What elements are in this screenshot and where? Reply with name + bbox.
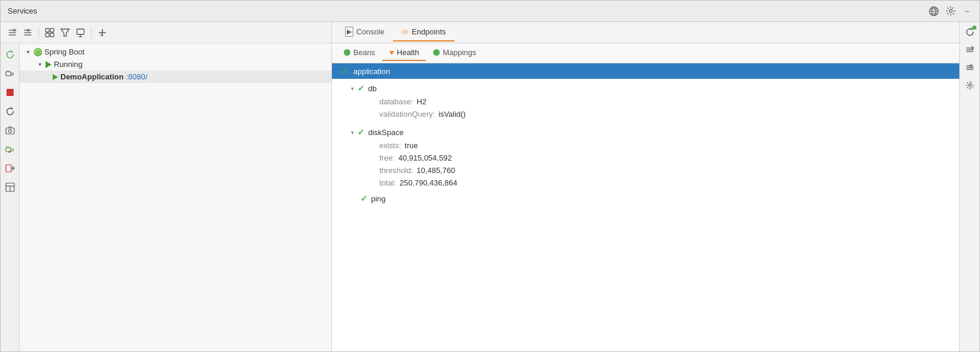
globe-icon[interactable] <box>929 6 939 17</box>
running-icon <box>46 61 51 68</box>
stop-icon[interactable] <box>4 86 17 99</box>
filter-button[interactable] <box>58 25 72 40</box>
title-bar-right: − <box>929 6 972 17</box>
add-button[interactable] <box>95 25 109 40</box>
sidebar-with-icons: ▾ Spring Boot ▾ Running DemoApplication <box>1 43 331 351</box>
db-row[interactable]: ▾ ✓ db <box>332 81 959 95</box>
svg-rect-17 <box>77 29 84 34</box>
svg-rect-26 <box>6 128 14 134</box>
content-area: ▾ Spring Boot ▾ Running DemoApplication <box>1 22 979 351</box>
far-right-collapse-icon[interactable] <box>963 43 976 56</box>
db-section: ▾ ✓ db database: H2 validationQuery: isV… <box>332 79 959 123</box>
spring-boot-item[interactable]: ▾ Spring Boot <box>20 46 331 58</box>
pin-button[interactable] <box>73 25 88 40</box>
expand-all-button[interactable] <box>21 25 35 40</box>
db-validation-value: isValid() <box>439 110 466 119</box>
far-right-expand-icon[interactable] <box>963 61 976 74</box>
far-right-refresh-icon[interactable] <box>963 25 976 39</box>
diskspace-threshold-row: threshold: 10,485,760 <box>332 164 959 177</box>
db-validation-key: validationQuery: <box>379 110 435 119</box>
left-icons-col <box>1 43 20 351</box>
group-button[interactable] <box>43 25 57 40</box>
running-chevron[interactable]: ▾ <box>36 61 43 68</box>
svg-rect-22 <box>6 72 11 76</box>
diskspace-total-value: 250,790,436,864 <box>399 178 457 187</box>
diskspace-exists-value: true <box>405 141 418 150</box>
diskspace-threshold-key: threshold: <box>379 166 413 175</box>
refresh-green-dot <box>972 25 976 30</box>
toolbar-separator-1 <box>38 27 39 38</box>
svg-rect-14 <box>46 33 49 37</box>
camera-icon[interactable] <box>4 124 17 137</box>
ping-row[interactable]: ✓ ping <box>332 191 959 206</box>
far-right-panel <box>959 22 979 351</box>
svg-point-5 <box>949 9 952 12</box>
collapse-all-button[interactable] <box>5 25 20 40</box>
svg-rect-15 <box>50 33 54 37</box>
db-validation-row: validationQuery: isValid() <box>332 108 959 120</box>
sidebar-toolbar <box>1 22 331 43</box>
svg-rect-33 <box>6 165 11 172</box>
sub-tab-health[interactable]: ♥ Health <box>382 45 426 61</box>
diskspace-free-key: free: <box>379 153 395 162</box>
svg-point-44 <box>968 84 971 87</box>
rerun-icon[interactable] <box>4 105 17 118</box>
update-icon[interactable] <box>4 143 17 156</box>
db-database-key: database: <box>379 97 413 106</box>
demo-app-label: DemoApplication <box>60 72 124 81</box>
db-chevron[interactable]: ▾ <box>351 85 354 92</box>
db-database-row: database: H2 <box>332 95 959 108</box>
spring-boot-icon <box>34 48 42 56</box>
diskspace-chevron[interactable]: ▾ <box>351 129 354 136</box>
diskspace-label: diskSpace <box>368 128 404 137</box>
diskspace-row[interactable]: ▾ ✓ diskSpace <box>332 125 959 139</box>
title-bar: Services − <box>1 1 979 22</box>
sidebar: ▾ Spring Boot ▾ Running DemoApplication <box>1 22 332 351</box>
db-database-value: H2 <box>417 97 427 106</box>
right-panel: ▶ Console ♾ Endpoints Beans ♥ Health <box>332 22 959 351</box>
sub-tabs-row: Beans ♥ Health Mappings <box>332 43 959 63</box>
diskspace-exists-key: exists: <box>379 141 401 150</box>
ping-check-icon: ✓ <box>360 194 368 203</box>
db-label: db <box>368 84 376 93</box>
svg-marker-16 <box>61 29 69 36</box>
diskspace-free-value: 40,915,054,592 <box>398 153 452 162</box>
title-bar-left: Services <box>8 7 37 15</box>
mappings-label: Mappings <box>443 48 476 57</box>
db-check-icon: ✓ <box>357 84 365 93</box>
demo-app-item[interactable]: DemoApplication :8080/ <box>20 71 331 83</box>
settings-icon[interactable] <box>945 6 956 17</box>
tab-console[interactable]: ▶ Console <box>337 23 393 41</box>
diskspace-section: ▾ ✓ diskSpace exists: true free: 40,915,… <box>332 123 959 191</box>
minimize-icon[interactable]: − <box>962 6 972 17</box>
sub-tab-beans[interactable]: Beans <box>337 45 382 61</box>
application-check-icon: ✓ <box>341 66 349 76</box>
diskspace-total-row: total: 250,790,436,864 <box>332 177 959 189</box>
diskspace-free-row: free: 40,915,054,592 <box>332 152 959 164</box>
svg-rect-13 <box>50 28 54 32</box>
demo-app-link[interactable]: :8080/ <box>126 72 147 81</box>
plugins-icon[interactable] <box>4 67 17 80</box>
diskspace-threshold-value: 10,485,760 <box>417 166 455 175</box>
window-title: Services <box>8 7 37 15</box>
svg-rect-28 <box>6 148 11 152</box>
spring-boot-chevron[interactable]: ▾ <box>24 49 31 56</box>
sign-out-icon[interactable] <box>4 162 17 175</box>
svg-point-27 <box>8 130 11 133</box>
health-icon: ♥ <box>389 48 394 57</box>
ping-label: ping <box>371 194 386 203</box>
toolbar-separator-2 <box>91 27 92 38</box>
far-right-settings-icon[interactable] <box>963 79 976 92</box>
refresh-icon[interactable] <box>4 48 17 61</box>
diskspace-check-icon: ✓ <box>357 127 365 137</box>
running-label: Running <box>54 60 82 69</box>
running-item[interactable]: ▾ Running <box>20 58 331 71</box>
mappings-icon <box>433 49 440 56</box>
diskspace-exists-row: exists: true <box>332 139 959 152</box>
svg-rect-25 <box>7 89 14 96</box>
layout-icon[interactable] <box>4 181 17 194</box>
application-row[interactable]: ✓ application <box>332 63 959 79</box>
main-tabs-row: ▶ Console ♾ Endpoints <box>332 22 959 43</box>
sub-tab-mappings[interactable]: Mappings <box>426 45 483 61</box>
tab-endpoints[interactable]: ♾ Endpoints <box>393 24 454 41</box>
